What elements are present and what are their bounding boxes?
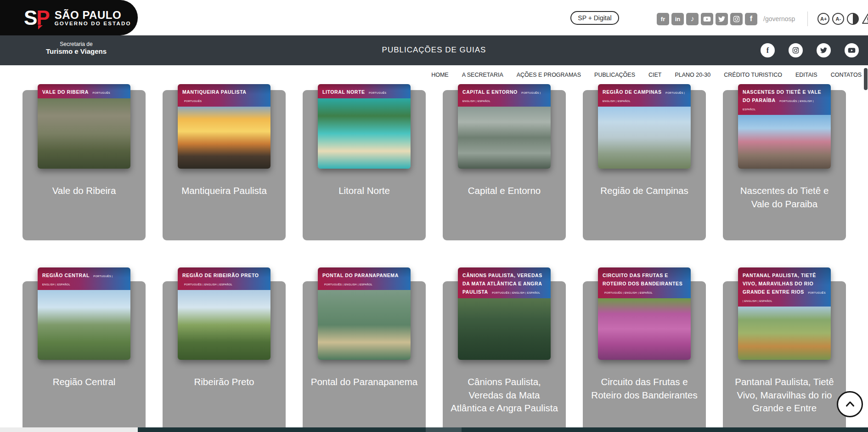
youtube-icon[interactable]	[845, 43, 859, 57]
guide-card[interactable]: VALE DO RIBEIRA PORTUGUÊS Vale do Ribeir…	[23, 90, 146, 240]
guide-cover-photo	[738, 115, 831, 169]
guide-cover: PANTANAL PAULISTA, TIETÊ VIVO, MARAVILHA…	[738, 267, 831, 360]
sao-paulo-government-logo[interactable]: S P SÃO PAULO GOVERNO DO ESTADO	[0, 0, 138, 35]
sp-logo-s: S	[24, 9, 36, 27]
scrollbar-thumb[interactable]	[864, 68, 868, 90]
guide-card[interactable]: REGIÃO DE RIBEIRÃO PRETO PORTUGUÊS | ENG…	[163, 281, 286, 432]
guide-cover-photo	[598, 107, 691, 169]
menu-item-home[interactable]: HOME	[431, 72, 449, 78]
instagram-icon[interactable]	[789, 43, 803, 57]
guide-title: Região Central	[23, 375, 146, 389]
logo-subtitle: GOVERNO DO ESTADO	[55, 21, 131, 26]
main-menu: HOMEA SECRETARIAAÇÕES E PROGRAMASPUBLICA…	[0, 65, 868, 84]
guide-cover-photo	[318, 290, 411, 360]
guide-cover: REGIÃO CENTRAL PORTUGUÊS | ENGLISH | ESP…	[38, 267, 130, 360]
logo-text: SÃO PAULO GOVERNO DO ESTADO	[55, 9, 131, 26]
guide-card[interactable]: PONTAL DO PARANAPANEMA PORTUGUÊS | ENGLI…	[303, 281, 426, 432]
guide-cover-title: PANTANAL PAULISTA, TIETÊ VIVO, MARAVILHA…	[743, 273, 816, 295]
guide-cover-header: MANTIQUEIRA PAULISTA PORTUGUÊS	[178, 84, 271, 107]
footer-strip-light	[0, 427, 138, 432]
warning-icon[interactable]	[862, 12, 868, 25]
guide-cover: CIRCUITO DAS FRUTAS E ROTEIRO DOS BANDEI…	[598, 267, 691, 360]
guide-cover-header: CÂNIONS PAULISTA, VEREDAS DA MATA ATLÂNT…	[458, 267, 551, 298]
divider	[807, 11, 808, 26]
top-bar: S P SÃO PAULO GOVERNO DO ESTADO SP + Dig…	[0, 0, 868, 35]
guide-cover-photo	[318, 98, 411, 169]
secondary-nav-bar: Secretaria de Turismo e Viagens PUBLICAÇ…	[0, 35, 868, 65]
font-decrease-button[interactable]: A-	[832, 13, 844, 25]
menu-item-editais[interactable]: EDITAIS	[795, 72, 817, 78]
guide-cover: CÂNIONS PAULISTA, VEREDAS DA MATA ATLÂNT…	[458, 267, 551, 360]
youtube-icon[interactable]	[701, 13, 713, 25]
guide-title: Mantiqueira Paulista	[163, 184, 286, 198]
guide-title: Pantanal Paulista, Tietê Vivo, Maravilha…	[723, 375, 846, 415]
page-title: PUBLICAÇÕES DE GUIAS	[0, 45, 868, 55]
facebook-icon[interactable]: f	[761, 43, 775, 57]
guide-cover-title: REGIÃO DE CAMPINAS	[603, 89, 662, 95]
guide-cover-header: NASCENTES DO TIETÊ E VALE DO PARAÍBA POR…	[738, 84, 831, 115]
twitter-icon[interactable]	[817, 43, 831, 57]
menu-item-plano-20-30[interactable]: PLANO 20-30	[675, 72, 710, 78]
guide-cover-languages: PORTUGUÊS	[369, 91, 386, 94]
guide-card[interactable]: REGIÃO DE CAMPINAS PORTUGUÊS | ENGLISH |…	[583, 90, 706, 240]
scroll-to-top-button[interactable]	[837, 391, 863, 417]
guide-cover: CAPITAL E ENTORNO PORTUGUÊS | ENGLISH | …	[458, 84, 551, 169]
menu-item-contatos[interactable]: CONTATOS	[831, 72, 862, 78]
guide-cover-header: CIRCUITO DAS FRUTAS E ROTEIRO DOS BANDEI…	[598, 267, 691, 298]
guide-cover-photo	[38, 290, 130, 360]
guide-cover-photo	[738, 307, 831, 360]
instagram-icon[interactable]	[730, 13, 743, 25]
guide-cover-header: REGIÃO DE CAMPINAS PORTUGUÊS | ENGLISH |…	[598, 84, 691, 107]
guide-card[interactable]: LITORAL NORTE PORTUGUÊS Litoral Norte	[303, 90, 426, 240]
guides-row-1: VALE DO RIBEIRA PORTUGUÊS Vale do Ribeir…	[23, 90, 846, 240]
guide-cover-header: REGIÃO DE RIBEIRÃO PRETO PORTUGUÊS | ENG…	[178, 267, 271, 290]
flickr-icon[interactable]: fr	[657, 13, 669, 25]
guide-title: Vale do Ribeira	[23, 184, 146, 198]
menu-item-ciet[interactable]: CIET	[648, 72, 661, 78]
guide-cover-photo	[38, 98, 130, 169]
guide-cover-title: MANTIQUEIRA PAULISTA	[182, 89, 247, 95]
guide-cover-header: REGIÃO CENTRAL PORTUGUÊS | ENGLISH | ESP…	[38, 267, 130, 290]
menu-item-a-secretaria[interactable]: A SECRETARIA	[462, 72, 503, 78]
navbar-social-row: f	[761, 43, 859, 57]
logo-name: SÃO PAULO	[55, 9, 131, 21]
guide-card[interactable]: REGIÃO CENTRAL PORTUGUÊS | ENGLISH | ESP…	[23, 281, 146, 432]
top-social-row: frin♪f /governosp A+ A-	[657, 11, 868, 26]
menu-item-publica-es[interactable]: PUBLICAÇÕES	[594, 72, 635, 78]
guide-cover: REGIÃO DE CAMPINAS PORTUGUÊS | ENGLISH |…	[598, 84, 691, 169]
accessibility-controls: A+ A-	[817, 12, 868, 25]
guide-cover-photo	[178, 107, 271, 169]
tiktok-icon[interactable]: ♪	[686, 13, 699, 25]
guide-cover-header: PANTANAL PAULISTA, TIETÊ VIVO, MARAVILHA…	[738, 267, 831, 307]
chevron-up-icon	[843, 398, 857, 411]
facebook-icon[interactable]: f	[745, 13, 757, 25]
contrast-toggle-icon[interactable]	[847, 13, 859, 25]
linkedin-icon[interactable]: in	[671, 13, 684, 25]
guide-cover-title: VALE DO RIBEIRA	[42, 89, 89, 95]
twitter-icon[interactable]	[716, 13, 728, 25]
guide-card[interactable]: CÂNIONS PAULISTA, VEREDAS DA MATA ATLÂNT…	[443, 281, 566, 432]
guide-cover-photo	[458, 107, 551, 169]
guide-cover-languages: PORTUGUÊS | ENGLISH | ESPAÑOL	[604, 291, 653, 294]
guide-card[interactable]: MANTIQUEIRA PAULISTA PORTUGUÊS Mantiquei…	[163, 90, 286, 240]
menu-item-a-es-e-programas[interactable]: AÇÕES E PROGRAMAS	[517, 72, 581, 78]
guide-card[interactable]: PANTANAL PAULISTA, TIETÊ VIVO, MARAVILHA…	[723, 281, 846, 432]
guides-row-2: REGIÃO CENTRAL PORTUGUÊS | ENGLISH | ESP…	[23, 281, 846, 432]
guide-title: Pontal do Paranapanema	[303, 375, 426, 389]
social-handle: /governosp	[763, 15, 795, 23]
menu-item-cr-dito-turistico[interactable]: CRÉDITO TURISTICO	[724, 72, 782, 78]
footer-strip-segment	[426, 427, 462, 432]
sp-logo-icon: S P	[24, 9, 50, 27]
sp-digital-button[interactable]: SP + Digital	[570, 11, 619, 25]
guide-cover-languages: PORTUGUÊS	[184, 100, 202, 102]
guide-card[interactable]: CIRCUITO DAS FRUTAS E ROTEIRO DOS BANDEI…	[583, 281, 706, 432]
guide-cover-header: CAPITAL E ENTORNO PORTUGUÊS | ENGLISH | …	[458, 84, 551, 107]
guide-card[interactable]: CAPITAL E ENTORNO PORTUGUÊS | ENGLISH | …	[443, 90, 566, 240]
guide-cover-title: REGIÃO DE RIBEIRÃO PRETO	[182, 273, 259, 278]
guide-card[interactable]: NASCENTES DO TIETÊ E VALE DO PARAÍBA POR…	[723, 90, 846, 240]
guide-cover: PONTAL DO PARANAPANEMA PORTUGUÊS | ENGLI…	[318, 267, 411, 360]
guide-cover-title: REGIÃO CENTRAL	[42, 273, 90, 278]
guide-cover: VALE DO RIBEIRA PORTUGUÊS	[38, 84, 130, 169]
guide-cover-title: CIRCUITO DAS FRUTAS E ROTEIRO DOS BANDEI…	[603, 273, 682, 286]
font-increase-button[interactable]: A+	[817, 13, 829, 25]
